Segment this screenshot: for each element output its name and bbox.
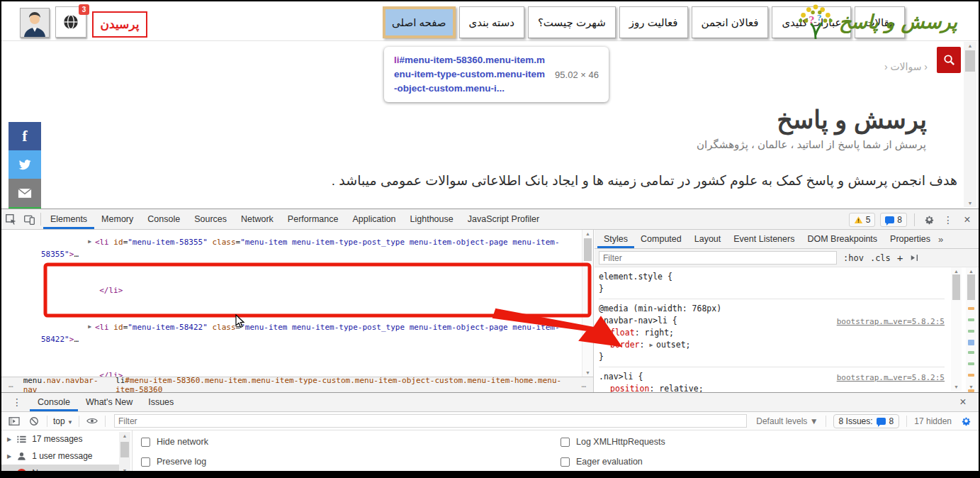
scroll-up-icon[interactable]: ▲ (966, 269, 976, 274)
context-selector[interactable]: top ▼ (53, 416, 73, 426)
more-options-icon[interactable]: ⋮ (941, 214, 955, 226)
styles-tab[interactable]: Properties (884, 230, 937, 248)
ask-button[interactable]: پرسیدن (92, 11, 147, 38)
language-globe-button[interactable]: 3 (55, 6, 86, 38)
scroll-down-icon[interactable]: ▼ (582, 370, 593, 375)
checkbox-icon[interactable] (561, 457, 570, 467)
device-toolbar-icon[interactable] (20, 210, 38, 228)
nav-item[interactable]: فعالان انجمن (692, 6, 769, 38)
computed-sidebar-toggle-icon[interactable] (910, 254, 920, 262)
console-sidebar-item[interactable]: ▶ 1 user message (1, 448, 119, 465)
devtools-tab[interactable]: Memory (94, 209, 140, 229)
scroll-up-icon[interactable]: ▲ (964, 43, 976, 48)
toggle-hover-state[interactable]: :hov (843, 253, 864, 263)
more-tabs-icon[interactable]: » (938, 234, 943, 245)
console-tab[interactable]: What's New (78, 393, 140, 411)
devtools-tab[interactable]: Network (234, 209, 281, 229)
scroll-up-icon[interactable]: ▲ (119, 433, 130, 438)
toggle-classes[interactable]: .cls (870, 253, 891, 263)
devtools-tab[interactable]: JavaScript Profiler (461, 209, 546, 229)
dom-breadcrumb[interactable]: … (581, 380, 586, 389)
search-button[interactable] (937, 47, 961, 73)
dom-breadcrumb[interactable]: li#menu-item-58360.menu-item.menu-item-t… (116, 377, 571, 392)
styles-tab[interactable]: Styles (597, 230, 634, 248)
settings-gear-icon[interactable] (922, 214, 936, 225)
dom-breadcrumb[interactable]: … (9, 380, 13, 389)
scroll-down-icon[interactable]: ▼ (966, 384, 976, 389)
console-tab[interactable]: Issues (140, 393, 181, 411)
checkbox-icon[interactable] (561, 438, 570, 447)
facebook-share-button[interactable]: f (9, 122, 41, 150)
style-rule-line[interactable]: borderoutset; (599, 339, 945, 351)
console-setting-checkbox[interactable]: Eager evaluation (561, 452, 665, 472)
dom-node-line[interactable]: ▶ <li id="menu-item-58355" class="menu-i… (1, 230, 582, 272)
dom-breadcrumb[interactable]: menu.nav.navbar-nav (23, 377, 106, 392)
dom-node-line[interactable]: ▶ <li id="menu-item-58422" class="menu-i… (1, 309, 582, 357)
sidebar-scrollbar-thumb[interactable] (120, 442, 129, 457)
checkbox-icon[interactable] (141, 438, 150, 447)
page-scrollbar[interactable]: ▲ ▼ (964, 42, 976, 207)
style-rule-line[interactable]: floatright; (599, 327, 945, 339)
overview-scrollbar[interactable]: ▲ ▼ (966, 267, 976, 391)
devtools-tab[interactable]: Console (140, 209, 187, 229)
scroll-down-icon[interactable]: ▼ (951, 384, 962, 389)
devtools-tab[interactable]: Elements (43, 209, 94, 229)
issues-chip[interactable]: 8 (880, 213, 907, 227)
elements-scrollbar[interactable]: ▲ ▼ (582, 230, 593, 377)
scroll-up-icon[interactable]: ▲ (951, 269, 962, 274)
console-issues-chip[interactable]: 8 Issues: 8 (833, 414, 900, 428)
page-scrollbar-thumb[interactable] (965, 50, 975, 72)
clear-console-icon[interactable] (27, 416, 41, 426)
nav-item[interactable]: صفحه اصلی (383, 6, 456, 38)
style-rule-line[interactable]: } (599, 283, 945, 299)
email-share-button[interactable] (9, 179, 41, 207)
style-rule-line[interactable]: .nav>li { bootstrap.m…ver=5.8.2:5 (599, 371, 945, 383)
styles-tab[interactable]: Event Listeners (727, 230, 801, 248)
scroll-down-icon[interactable]: ▼ (964, 201, 976, 206)
hidden-messages-count[interactable]: 17 hidden (914, 416, 952, 426)
nav-item[interactable]: فعالیت روز (619, 6, 688, 38)
expand-arrow-icon[interactable]: ▶ (7, 453, 11, 460)
nav-item[interactable]: شهرت چیست؟ (528, 6, 616, 38)
styles-scrollbar[interactable]: ▲ ▼ (951, 267, 962, 391)
warnings-chip[interactable]: 5 (849, 213, 876, 227)
styles-tab[interactable]: Computed (634, 230, 688, 248)
new-style-rule-icon[interactable]: + (897, 252, 903, 264)
inspect-element-icon[interactable] (1, 210, 20, 228)
devtools-tab[interactable]: Performance (281, 209, 346, 229)
stylesheet-link[interactable]: bootstrap.m…ver=5.8.2:5 (837, 316, 945, 328)
console-setting-checkbox[interactable]: Preserve log (141, 452, 208, 472)
scroll-up-icon[interactable]: ▲ (582, 231, 593, 236)
expand-arrow-icon[interactable]: ▶ (7, 436, 11, 443)
console-tab[interactable]: Console (30, 393, 78, 411)
close-devtools-icon[interactable]: × (960, 213, 974, 226)
style-rule-line[interactable]: .navbar-nav>li { bootstrap.m…ver=5.8.2:5 (599, 315, 945, 327)
twitter-share-button[interactable] (9, 150, 41, 179)
console-sidebar-toggle-icon[interactable] (7, 416, 21, 426)
devtools-tab[interactable]: Lighthouse (403, 209, 461, 229)
close-drawer-icon[interactable]: × (956, 396, 970, 408)
styles-scrollbar-thumb[interactable] (952, 274, 960, 300)
devtools-tab[interactable]: Sources (187, 209, 234, 229)
checkbox-icon[interactable] (141, 457, 150, 467)
nav-item[interactable]: دسته بندی (459, 6, 524, 38)
breadcrumb[interactable]: ‹ سوالات ‹ (884, 61, 928, 72)
console-setting-checkbox[interactable]: Hide network (141, 432, 208, 452)
drawer-menu-icon[interactable]: ⋮ (10, 396, 24, 408)
dom-node-line[interactable]: </li> (1, 272, 582, 309)
log-levels-dropdown[interactable]: Default levels ▼ (756, 416, 818, 426)
elements-scrollbar-thumb[interactable] (584, 238, 592, 261)
stylesheet-link[interactable]: bootstrap.m…ver=5.8.2:5 (837, 372, 945, 384)
styles-tab[interactable]: DOM Breakpoints (801, 230, 884, 248)
console-settings-gear-icon[interactable] (959, 416, 973, 426)
avatar[interactable] (20, 8, 50, 38)
console-sidebar-item[interactable]: ▶ 17 messages (1, 430, 119, 448)
style-rule-line[interactable]: element.style { (599, 271, 945, 283)
console-sidebar-scrollbar[interactable]: ▲ ▼ (119, 432, 130, 474)
site-logo[interactable]: ? ? پرسش و پاسخ (795, 2, 957, 40)
style-rule-line[interactable]: } (599, 351, 945, 367)
devtools-tab[interactable]: Application (345, 209, 402, 229)
style-rule-line[interactable]: @media (min-width: 768px) (599, 303, 945, 315)
console-setting-checkbox[interactable]: Log XMLHttpRequests (561, 432, 665, 452)
live-expression-eye-icon[interactable] (85, 417, 99, 425)
